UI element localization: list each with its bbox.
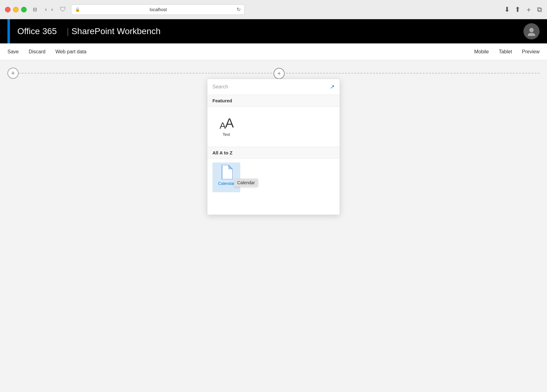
preview-button[interactable]: Preview <box>522 49 540 55</box>
picker-search-row: ↗ <box>207 79 340 95</box>
svg-point-0 <box>529 28 534 32</box>
web-part-data-button[interactable]: Web part data <box>56 49 87 55</box>
browser-actions: ⬇ ⬆ ＋ ⧉ <box>504 5 542 14</box>
toolbar-left: Save Discard Web part data <box>7 49 87 55</box>
webpart-item-calendar[interactable]: Calendar Calendar <box>212 163 240 192</box>
nav-buttons: ‹ › <box>43 5 55 14</box>
address-text[interactable]: localhost <box>82 7 235 12</box>
traffic-lights <box>5 7 27 12</box>
back-button[interactable]: ‹ <box>43 5 49 14</box>
search-input[interactable] <box>212 84 330 90</box>
webpart-item-text[interactable]: AA Text <box>212 114 240 139</box>
blue-accent-bar <box>7 19 10 43</box>
picker-bottom-space <box>207 196 340 215</box>
dashed-line: + <box>19 73 540 74</box>
expand-icon[interactable]: ↗ <box>330 83 335 90</box>
lock-icon: 🔒 <box>75 7 80 12</box>
webpart-picker-popup: ↗ Featured AA Text All A to Z <box>207 79 340 215</box>
page-title: SharePoint Workbench <box>71 26 160 36</box>
add-webpart-button-center[interactable]: + <box>274 68 285 79</box>
forward-button[interactable]: › <box>49 5 55 14</box>
share-button[interactable]: ⬆ <box>515 6 520 14</box>
tablet-button[interactable]: Tablet <box>499 49 512 55</box>
calendar-tooltip: Calendar <box>234 179 258 187</box>
tabs-button[interactable]: ⧉ <box>537 6 542 14</box>
download-button[interactable]: ⬇ <box>504 6 510 14</box>
address-bar: 🔒 localhost ↻ <box>71 4 245 15</box>
text-webpart-icon: AA <box>220 117 233 130</box>
toolbar: Save Discard Web part data Mobile Tablet… <box>0 43 547 60</box>
picker-featured-items: AA Text <box>207 107 340 147</box>
new-tab-button[interactable]: ＋ <box>525 5 532 14</box>
calendar-webpart-icon <box>221 165 232 179</box>
header-divider: | <box>67 26 69 36</box>
reload-button[interactable]: ↻ <box>237 7 241 12</box>
shield-icon: 🛡 <box>60 6 66 13</box>
svg-point-1 <box>528 33 535 36</box>
picker-all-items: Calendar Calendar <box>207 159 340 196</box>
all-az-section-header: All A to Z <box>207 147 340 159</box>
browser-chrome: ⊟ ‹ › 🛡 🔒 localhost ↻ ⬇ ⬆ ＋ ⧉ <box>0 0 547 19</box>
close-button[interactable] <box>5 7 11 12</box>
save-button[interactable]: Save <box>7 49 19 55</box>
add-webpart-button-left[interactable]: + <box>7 68 19 79</box>
app-header: Office 365 | SharePoint Workbench <box>0 19 547 43</box>
toolbar-right: Mobile Tablet Preview <box>474 49 540 55</box>
minimize-button[interactable] <box>13 7 19 12</box>
text-webpart-label: Text <box>223 132 230 137</box>
sidebar-toggle-button[interactable]: ⊟ <box>30 5 39 14</box>
calendar-webpart-label: Calendar <box>218 181 235 186</box>
fullscreen-button[interactable] <box>21 7 27 12</box>
discard-button[interactable]: Discard <box>29 49 45 55</box>
dashed-row: + + <box>7 68 540 79</box>
mobile-button[interactable]: Mobile <box>474 49 489 55</box>
canvas-area: + + ↗ Featured AA Text All A to Z <box>0 60 547 392</box>
office-logo: Office 365 <box>10 26 64 36</box>
user-avatar[interactable] <box>523 23 540 39</box>
featured-section-header: Featured <box>207 95 340 107</box>
